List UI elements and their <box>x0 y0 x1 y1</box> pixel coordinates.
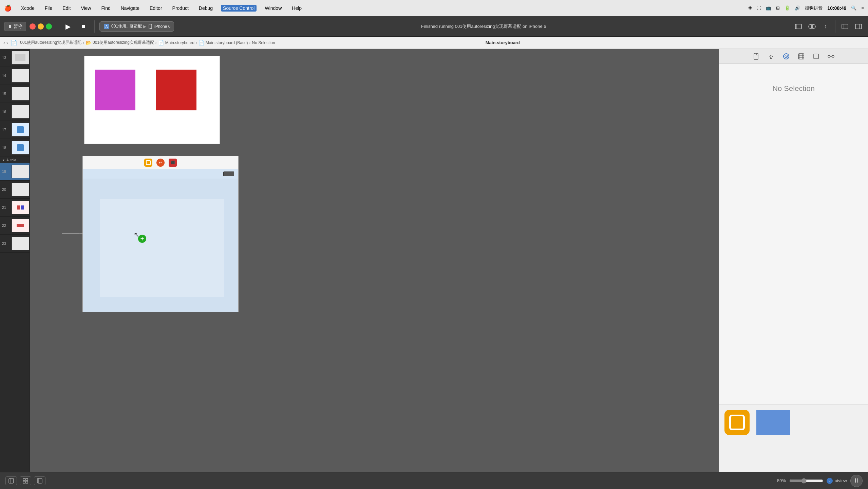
obj-uiview[interactable] <box>724 410 750 435</box>
uiview-badge: u <box>827 478 833 484</box>
svg-rect-27 <box>23 478 25 481</box>
menubar-plus-icon: ✚ <box>748 5 752 11</box>
close-button[interactable] <box>30 23 36 30</box>
menubar-view[interactable]: View <box>79 5 93 12</box>
menubar-help[interactable]: Help <box>290 5 304 12</box>
inspector-icon <box>855 24 862 29</box>
battery-indicator <box>223 171 234 176</box>
canvas-area[interactable]: → ↩ ⬛ <box>30 49 719 472</box>
tab-size[interactable] <box>811 51 821 61</box>
scene-item-17[interactable]: 17 <box>0 121 30 139</box>
minimize-button[interactable] <box>38 23 44 30</box>
airplay-icon: ⊞ <box>776 5 780 11</box>
scene-icon-yellow[interactable] <box>144 159 152 167</box>
menubar-file[interactable]: File <box>43 5 55 12</box>
scene-item-23[interactable]: 23 <box>0 235 30 253</box>
navigator-toggle[interactable] <box>839 21 850 32</box>
scene-thumb-16 <box>12 105 29 119</box>
grid-view-icon <box>23 478 28 484</box>
file-icon <box>753 53 759 60</box>
scheme-selector[interactable]: A 001使用...幕适配 ▶ iPhone 6 <box>99 21 174 32</box>
list-view-button[interactable] <box>34 476 45 485</box>
zoom-slider[interactable] <box>789 478 823 484</box>
inspector-toggle[interactable] <box>853 21 864 32</box>
scene-icon-orange[interactable]: ↩ <box>156 159 165 167</box>
breadcrumb-forward-button[interactable]: › <box>6 40 8 46</box>
menubar-editor[interactable]: Editor <box>148 5 164 12</box>
scene-thumb-17 <box>12 123 29 137</box>
scene-upper[interactable] <box>84 56 220 144</box>
cursor-with-add: ↖ + <box>134 231 146 243</box>
scene-num-14: 14 <box>2 74 10 78</box>
stop-button[interactable]: ■ <box>77 20 90 33</box>
panel-left-button[interactable] <box>5 476 17 485</box>
menubar-debug[interactable]: Debug <box>197 5 215 12</box>
scene-item-13[interactable]: 13 <box>0 49 30 67</box>
apple-menu[interactable]: 🍎 <box>4 4 12 12</box>
phone-status-bar <box>83 169 238 179</box>
add-badge-icon: + <box>138 235 146 243</box>
phone-frame: ↖ + <box>83 169 238 312</box>
scene-item-16[interactable]: 16 <box>0 103 30 121</box>
device-label: iPhone 6 <box>154 24 170 29</box>
scene-item-21[interactable]: 21 <box>0 199 30 217</box>
menubar: 🍎 Xcode File Edit View Find Navigate Edi… <box>0 0 868 16</box>
scene-item-20[interactable]: 20 <box>0 181 30 199</box>
menubar-window[interactable]: Window <box>263 5 284 12</box>
scene-header: ↩ ⬛ <box>83 156 238 169</box>
scene-group-autola[interactable]: ▼ Autola... <box>0 157 30 163</box>
menubar-navigate[interactable]: Navigate <box>119 5 141 12</box>
editor-assistant-button[interactable] <box>807 21 817 32</box>
scene-item-19[interactable]: 19 <box>0 163 30 181</box>
tab-identity[interactable] <box>781 51 791 61</box>
scene-num-13: 13 <box>2 56 10 60</box>
scene-item-22[interactable]: 22 <box>0 217 30 235</box>
menubar-find[interactable]: Find <box>99 5 112 12</box>
scene-item-15[interactable]: 15 <box>0 85 30 103</box>
fullscreen-icon: ⛶ <box>757 5 761 11</box>
obj-blue-rect[interactable] <box>756 410 790 435</box>
inspector-tabs: {} <box>719 49 868 64</box>
editor-standard-button[interactable] <box>793 21 804 32</box>
pause-bottom-button[interactable]: ⏸ <box>850 475 863 487</box>
grid-view-button[interactable] <box>20 476 31 485</box>
scene-item-14[interactable]: 14 <box>0 67 30 85</box>
editor-version-button[interactable]: ↕ <box>820 21 831 32</box>
svg-rect-31 <box>37 478 42 483</box>
maximize-button[interactable] <box>46 23 52 30</box>
run-button[interactable]: ▶ <box>62 20 74 33</box>
breadcrumb-back-button[interactable]: ‹ <box>3 40 5 46</box>
scene-num-22: 22 <box>2 223 10 228</box>
scene-icon-red[interactable]: ⬛ <box>169 159 177 167</box>
attributes-icon <box>798 53 805 60</box>
group-label: Autola... <box>6 158 19 162</box>
menu-icon[interactable]: ≡ <box>861 5 864 11</box>
pause-button[interactable]: ⏸ 暂停 <box>4 22 26 31</box>
menubar-source-control[interactable]: Source Control <box>221 5 257 12</box>
toolbar-separator-2 <box>94 20 95 33</box>
svg-rect-29 <box>23 481 25 483</box>
svg-text:A: A <box>106 25 108 29</box>
arrow-line <box>62 233 79 234</box>
scene-lower[interactable]: ↩ ⬛ <box>82 156 239 312</box>
menubar-xcode[interactable]: Xcode <box>19 5 37 12</box>
svg-point-15 <box>786 56 787 57</box>
group-arrow-icon: ▼ <box>2 159 5 162</box>
tab-file[interactable] <box>751 51 761 61</box>
uiview-icon <box>724 410 750 435</box>
breadcrumb-item-1[interactable]: 001使用autoresizing实现屏幕适配 <box>20 40 81 46</box>
main-layout: 13 14 15 16 17 <box>0 49 868 472</box>
panel-left-icon <box>8 478 14 484</box>
navigator-icon <box>842 24 848 29</box>
tab-connections[interactable] <box>826 51 836 61</box>
code-icon: {} <box>769 54 773 59</box>
file-icon: 📄 <box>11 39 17 46</box>
scene-item-18[interactable]: 18 <box>0 139 30 157</box>
display-icon: 📺 <box>766 5 771 11</box>
ime-icon: 搜狗拼音 <box>805 5 823 11</box>
tab-attributes[interactable] <box>796 51 806 61</box>
search-icon[interactable]: 🔍 <box>851 5 856 11</box>
tab-code[interactable]: {} <box>766 51 776 61</box>
menubar-edit[interactable]: Edit <box>60 5 73 12</box>
menubar-product[interactable]: Product <box>170 5 191 12</box>
